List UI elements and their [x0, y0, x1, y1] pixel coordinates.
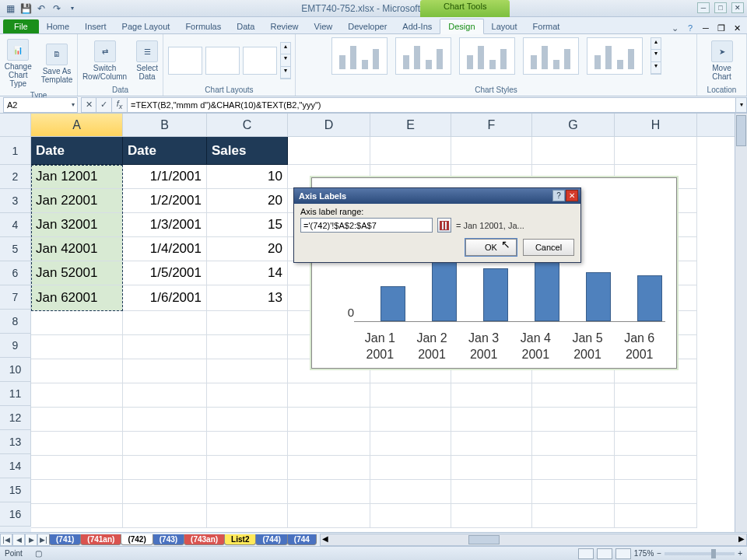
- cell[interactable]: [451, 456, 532, 480]
- tab-layout[interactable]: Layout: [484, 19, 525, 33]
- cell[interactable]: [31, 383, 123, 408]
- cell[interactable]: [451, 432, 532, 456]
- cell[interactable]: [615, 432, 697, 456]
- cell[interactable]: [288, 408, 370, 432]
- zoom-in-icon[interactable]: +: [738, 549, 742, 558]
- row-header[interactable]: 13: [0, 430, 31, 454]
- cell[interactable]: [532, 480, 615, 504]
- chart-layout-thumb[interactable]: [168, 47, 202, 75]
- cell[interactable]: [123, 504, 207, 528]
- workbook-close-icon[interactable]: ✕: [731, 23, 742, 33]
- cell[interactable]: [451, 504, 532, 528]
- dialog-close-icon[interactable]: ✕: [566, 190, 578, 201]
- row-header[interactable]: 14: [0, 454, 31, 478]
- cell[interactable]: [370, 137, 451, 165]
- cell[interactable]: 1/4/2001: [123, 237, 207, 261]
- chart-style-thumb[interactable]: [459, 37, 515, 75]
- styles-scroll[interactable]: ▴▾▾: [651, 37, 661, 75]
- row-header[interactable]: 10: [0, 358, 31, 382]
- cell[interactable]: [123, 432, 207, 456]
- cell[interactable]: [31, 311, 123, 335]
- cell[interactable]: 15: [207, 213, 288, 237]
- cell[interactable]: [288, 504, 370, 528]
- cell[interactable]: [532, 456, 615, 480]
- cell[interactable]: [31, 480, 123, 504]
- normal-view-icon[interactable]: [578, 548, 594, 559]
- cell[interactable]: [207, 359, 288, 383]
- cell[interactable]: [31, 456, 123, 480]
- cell[interactable]: [123, 383, 207, 408]
- workbook-restore-icon[interactable]: ❐: [716, 23, 727, 33]
- sheet-tab[interactable]: (741): [49, 534, 81, 545]
- cell[interactable]: [370, 504, 451, 528]
- formula-input[interactable]: =TEXT(B2,"mmm d")&CHAR(10)&TEXT(B2,"yyy"…: [128, 97, 736, 113]
- tab-insert[interactable]: Insert: [77, 19, 114, 33]
- change-chart-type-button[interactable]: 📊Change Chart Type: [2, 37, 35, 89]
- page-layout-view-icon[interactable]: [597, 548, 612, 559]
- cell[interactable]: [532, 383, 615, 408]
- row-header[interactable]: 4: [0, 213, 31, 237]
- row-header[interactable]: 1: [0, 137, 31, 165]
- cell[interactable]: [31, 504, 123, 528]
- row-header[interactable]: 9: [0, 334, 31, 358]
- vertical-scrollbar[interactable]: [735, 114, 747, 532]
- tab-data[interactable]: Data: [229, 19, 262, 33]
- cancel-formula-icon[interactable]: ✕: [81, 97, 96, 113]
- chart-style-thumb[interactable]: [331, 37, 388, 75]
- chart-style-thumb[interactable]: [523, 37, 579, 75]
- close-button[interactable]: ✕: [731, 2, 744, 13]
- cell[interactable]: [123, 480, 207, 504]
- prev-sheet-icon[interactable]: ◀: [12, 534, 25, 546]
- tab-review[interactable]: Review: [262, 19, 306, 33]
- chart-style-thumb[interactable]: [587, 37, 643, 75]
- cell[interactable]: [31, 408, 123, 432]
- cell[interactable]: [31, 335, 123, 359]
- cell[interactable]: [207, 408, 288, 432]
- column-header[interactable]: H: [615, 114, 697, 136]
- cell[interactable]: [207, 456, 288, 480]
- column-header[interactable]: F: [451, 114, 532, 136]
- minimize-ribbon-icon[interactable]: ⌄: [669, 23, 680, 33]
- cell[interactable]: [451, 137, 532, 165]
- save-as-template-button[interactable]: 🗎Save As Template: [38, 42, 76, 86]
- range-picker-icon[interactable]: [437, 218, 451, 233]
- qat-dropdown-icon[interactable]: ▾: [65, 2, 79, 16]
- chart-bar[interactable]: [586, 272, 611, 321]
- row-header[interactable]: 12: [0, 406, 31, 430]
- column-header[interactable]: D: [288, 114, 370, 136]
- cell[interactable]: [532, 408, 615, 432]
- column-header[interactable]: B: [123, 114, 207, 136]
- tab-format[interactable]: Format: [525, 19, 568, 33]
- tab-developer[interactable]: Developer: [340, 19, 395, 33]
- cell[interactable]: [532, 504, 615, 528]
- name-box[interactable]: A2: [3, 97, 78, 113]
- sheet-tab[interactable]: (744): [255, 534, 287, 545]
- cell[interactable]: [370, 383, 451, 408]
- maximize-button[interactable]: □: [714, 2, 727, 13]
- cell[interactable]: [123, 408, 207, 432]
- chart-layout-thumb[interactable]: [243, 47, 277, 75]
- select-data-button[interactable]: ☰Select Data: [133, 39, 161, 82]
- fx-icon[interactable]: fx: [112, 97, 128, 113]
- cell[interactable]: [31, 432, 123, 456]
- zoom-level[interactable]: 175%: [634, 549, 654, 558]
- cell[interactable]: Date: [31, 137, 123, 165]
- enter-formula-icon[interactable]: ✓: [96, 97, 112, 113]
- cell[interactable]: [207, 432, 288, 456]
- tab-addins[interactable]: Add-Ins: [395, 19, 440, 33]
- cell[interactable]: [451, 408, 532, 432]
- cancel-button[interactable]: Cancel: [523, 239, 574, 256]
- select-all-corner[interactable]: [0, 114, 31, 137]
- cell[interactable]: [207, 383, 288, 408]
- zoom-slider[interactable]: [665, 552, 735, 555]
- cell[interactable]: 1/3/2001: [123, 213, 207, 237]
- cell[interactable]: [532, 432, 615, 456]
- cell[interactable]: [451, 383, 532, 408]
- tab-home[interactable]: Home: [39, 19, 77, 33]
- undo-icon[interactable]: ↶: [34, 2, 48, 16]
- page-break-view-icon[interactable]: [615, 548, 631, 559]
- chart-bar[interactable]: [483, 268, 508, 321]
- last-sheet-icon[interactable]: ▶|: [37, 534, 50, 546]
- layouts-scroll[interactable]: ▴▾▾: [280, 42, 291, 79]
- cell[interactable]: [123, 335, 207, 359]
